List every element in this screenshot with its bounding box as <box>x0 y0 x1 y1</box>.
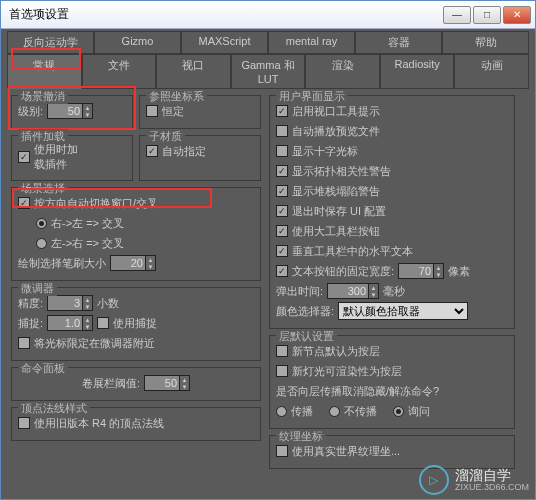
tab-help[interactable]: 帮助 <box>442 31 529 54</box>
plugin-label: 使用时加 载插件 <box>34 142 78 172</box>
submtl-checkbox[interactable] <box>146 145 158 157</box>
tab-animation[interactable]: 动画 <box>454 54 529 89</box>
group-submtl: 子材质 自动指定 <box>139 135 261 181</box>
lr-label: 左->右 => 交叉 <box>51 236 124 251</box>
newlight-checkbox[interactable] <box>276 365 288 377</box>
titlebar: 首选项设置 — □ ✕ <box>1 1 535 29</box>
ui-cb-3[interactable] <box>276 165 288 177</box>
px-label: 像素 <box>448 264 470 279</box>
precision-input[interactable] <box>48 296 82 310</box>
group-label: 命令面板 <box>18 361 68 376</box>
radio-rl[interactable] <box>36 218 47 229</box>
radio-nopropagate[interactable] <box>329 406 340 417</box>
rollup-label: 卷展栏阈值: <box>82 376 140 391</box>
radio-ask[interactable] <box>393 406 404 417</box>
rollup-spinner[interactable]: ▲▼ <box>144 375 190 391</box>
spin-down[interactable]: ▼ <box>145 263 155 270</box>
fixedw-input[interactable] <box>399 264 433 278</box>
plugin-checkbox[interactable] <box>18 151 30 163</box>
flyout-spinner[interactable]: ▲▼ <box>327 283 379 299</box>
ui-item-1: 自动播放预览文件 <box>292 124 380 139</box>
flyout-input[interactable] <box>328 284 368 298</box>
tab-container[interactable]: 容器 <box>355 31 442 54</box>
group-cmdpanel: 命令面板 卷展栏阈值: ▲▼ <box>11 367 261 401</box>
snap-spinner[interactable]: ▲▼ <box>47 315 93 331</box>
wm-name: 溜溜自学 <box>455 468 529 482</box>
precision-spinner[interactable]: ▲▼ <box>47 295 93 311</box>
ui-cb-2[interactable] <box>276 145 288 157</box>
tab-viewport[interactable]: 视口 <box>156 54 231 89</box>
newlight-label: 新灯光可渲染性为按层 <box>292 364 402 379</box>
tab-files[interactable]: 文件 <box>82 54 157 89</box>
picker-label: 颜色选择器: <box>276 304 334 319</box>
levels-spinner[interactable]: ▲▼ <box>47 103 93 119</box>
close-button[interactable]: ✕ <box>503 6 531 24</box>
brush-input[interactable] <box>111 256 145 270</box>
ui-item-5: 退出时保存 UI 配置 <box>292 204 386 219</box>
levels-label: 级别: <box>18 104 43 119</box>
rl-label: 右->左 => 交叉 <box>51 216 124 231</box>
brush-label: 绘制选择笔刷大小 <box>18 256 106 271</box>
group-scene-selection: 场景选择 按方向自动切换窗口/交叉 右->左 => 交叉 左->右 => 交叉 … <box>11 187 261 281</box>
tab-row-1: 反向运动学 Gizmo MAXScript mental ray 容器 帮助 <box>7 31 529 54</box>
limit-label: 将光标限定在微调器附近 <box>34 336 155 351</box>
minimize-button[interactable]: — <box>443 6 471 24</box>
ui-cb-1[interactable] <box>276 125 288 137</box>
tab-gizmo[interactable]: Gizmo <box>94 31 181 54</box>
tab-ik[interactable]: 反向运动学 <box>7 31 94 54</box>
brush-spinner[interactable]: ▲▼ <box>110 255 156 271</box>
ui-cb-0[interactable] <box>276 105 288 117</box>
newnode-label: 新节点默认为按层 <box>292 344 380 359</box>
ui-cb-6[interactable] <box>276 225 288 237</box>
ui-item-2: 显示十字光标 <box>292 144 358 159</box>
tab-gamma[interactable]: Gamma 和 LUT <box>231 54 306 89</box>
newnode-checkbox[interactable] <box>276 345 288 357</box>
tab-radiosity[interactable]: Radiosity <box>380 54 455 89</box>
left-column: 场景撤消 级别: ▲▼ 参照坐标系 <box>11 95 261 469</box>
levels-input[interactable] <box>48 104 82 118</box>
usesnap-label: 使用捕捉 <box>113 316 157 331</box>
preferences-window: 首选项设置 — □ ✕ 反向运动学 Gizmo MAXScript mental… <box>0 0 536 500</box>
group-refcoord: 参照坐标系 恒定 <box>139 95 261 129</box>
decimal-label: 小数 <box>97 296 119 311</box>
constant-checkbox[interactable] <box>146 105 158 117</box>
spin-down[interactable]: ▼ <box>82 111 92 118</box>
r4-checkbox[interactable] <box>18 417 30 429</box>
submtl-label: 自动指定 <box>162 144 206 159</box>
ui-cb-4[interactable] <box>276 185 288 197</box>
group-label: 子材质 <box>146 129 185 144</box>
group-ui: 用户界面显示 启用视口工具提示 自动播放预览文件 显示十字光标 显示拓扑相关性警… <box>269 95 515 329</box>
spin-up[interactable]: ▲ <box>145 256 155 263</box>
precision-label: 精度: <box>18 296 43 311</box>
wm-url: ZIXUE.3D66.COM <box>455 482 529 492</box>
tab-mentalray[interactable]: mental ray <box>268 31 355 54</box>
right-column: 用户界面显示 启用视口工具提示 自动播放预览文件 显示十字光标 显示拓扑相关性警… <box>269 95 515 469</box>
ui-item-0: 启用视口工具提示 <box>292 104 380 119</box>
tab-render[interactable]: 渲染 <box>305 54 380 89</box>
ui-cb-5[interactable] <box>276 205 288 217</box>
watermark: ▷ 溜溜自学 ZIXUE.3D66.COM <box>419 465 529 495</box>
spin-up[interactable]: ▲ <box>82 104 92 111</box>
group-label: 场景撤消 <box>18 89 68 104</box>
group-spinner: 微调器 精度: ▲▼ 小数 捕捉: ▲▼ 使用捕捉 将光标限定在微调器 <box>11 287 261 361</box>
maximize-button[interactable]: □ <box>473 6 501 24</box>
realworld-checkbox[interactable] <box>276 445 288 457</box>
group-label: 顶点法线样式 <box>18 401 90 416</box>
rollup-input[interactable] <box>145 376 179 390</box>
layer-question: 是否向层传播取消隐藏/解冻命令? <box>276 384 439 399</box>
radio-lr[interactable] <box>36 238 47 249</box>
limit-checkbox[interactable] <box>18 337 30 349</box>
ui-cb-7[interactable] <box>276 245 288 257</box>
radio-propagate[interactable] <box>276 406 287 417</box>
fixedw-spinner[interactable]: ▲▼ <box>398 263 444 279</box>
picker-select[interactable]: 默认颜色拾取器 <box>338 302 468 320</box>
snap-input[interactable] <box>48 316 82 330</box>
group-label: 层默认设置 <box>276 329 337 344</box>
usesnap-checkbox[interactable] <box>97 317 109 329</box>
group-normals: 顶点法线样式 使用旧版本 R4 的顶点法线 <box>11 407 261 441</box>
tab-maxscript[interactable]: MAXScript <box>181 31 268 54</box>
tab-general[interactable]: 常规 <box>7 54 82 89</box>
tabs: 反向运动学 Gizmo MAXScript mental ray 容器 帮助 常… <box>7 31 529 89</box>
autoswitch-checkbox[interactable] <box>18 197 30 209</box>
fixedw-checkbox[interactable] <box>276 265 288 277</box>
